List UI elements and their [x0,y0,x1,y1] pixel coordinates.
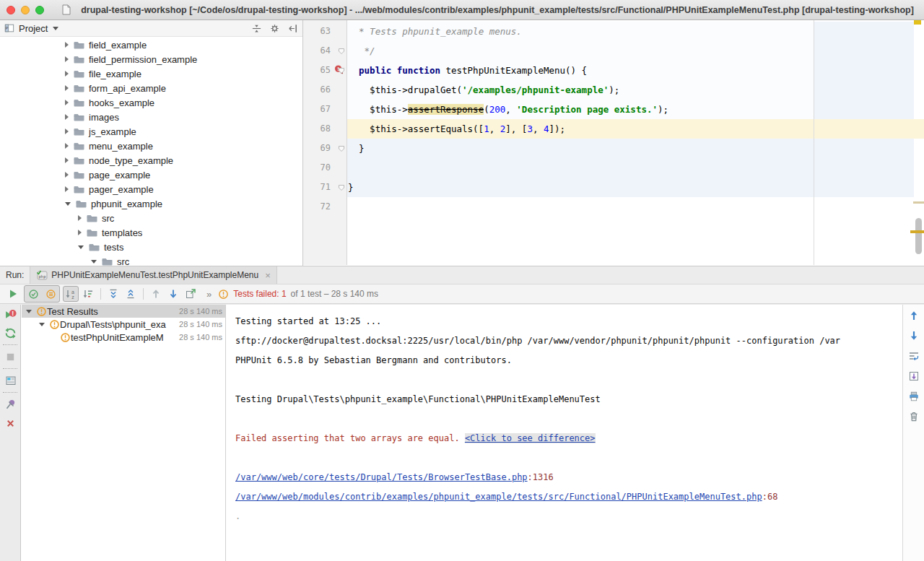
fold-marker-icon[interactable] [338,184,345,191]
code-line-70[interactable] [348,158,924,178]
project-tree-item-field_permission_example[interactable]: field_permission_example [0,52,302,66]
chevron-right-icon[interactable] [78,215,82,221]
minimize-window-button[interactable] [21,6,30,14]
chevron-right-icon[interactable] [65,100,69,105]
chevron-right-icon[interactable] [65,85,69,91]
chevron-right-icon[interactable] [65,157,69,163]
gutter-line-65: 65! [303,61,347,80]
scroll-from-source-icon[interactable] [251,23,262,34]
arrow-up-button[interactable] [903,306,924,325]
project-tree-item-file_example[interactable]: file_example [0,66,302,81]
code-segment: assertResponse [408,104,484,115]
project-tree-item-field_example[interactable]: field_example [0,38,302,52]
console-line: /var/www/web/core/tests/Drupal/Tests/Bro… [235,468,902,487]
project-tree-item-js_example[interactable]: js_example [0,124,302,139]
chevron-right-icon[interactable] [65,56,69,62]
line-number: 72 [303,201,331,212]
toolbar-overflow-chevrons[interactable]: » [206,289,212,300]
code-line-66[interactable]: $this->drupalGet('/examples/phpunit-exam… [348,80,924,100]
error-stripe-mark[interactable] [910,230,924,233]
project-tree-item-page_example[interactable]: page_example [0,168,302,182]
show-passed-button[interactable] [25,286,41,302]
restore-layout-button[interactable] [0,371,21,390]
soft-wrap-button[interactable] [903,347,924,365]
project-tree-item-src[interactable]: src [0,254,302,266]
run-tab[interactable]: php PHPUnitExampleMenuTest.testPhpUnitEx… [30,266,276,284]
test-tree-row[interactable]: Test Results28 s 140 ms [22,305,225,318]
project-tree-item-tests[interactable]: tests [0,240,302,254]
error-stripe-mark[interactable] [913,201,924,204]
next-failed-button[interactable] [165,286,181,302]
import-results-button[interactable] [183,286,199,302]
rerun-failed-button[interactable]: ! [0,305,21,323]
fold-marker-icon[interactable] [338,48,345,55]
code-line-67[interactable]: $this->assertResponse(200, 'Description … [348,100,924,119]
clear-all-button[interactable] [903,407,924,426]
chevron-right-icon[interactable] [65,143,69,149]
test-tree-row[interactable]: testPhpUnitExampleM28 s 140 ms [22,331,225,344]
console-link[interactable]: /var/www/web/core/tests/Drupal/Tests/Bro… [235,472,528,482]
chevron-right-icon[interactable] [65,186,69,192]
project-tree-item-templates[interactable]: templates [0,225,302,240]
chevron-down-icon[interactable] [26,310,32,313]
code-line-69[interactable]: } [348,139,924,158]
hide-panel-icon[interactable] [287,23,298,34]
rerun-button[interactable] [5,286,21,302]
close-red-button[interactable] [0,414,21,432]
project-tree-item-node_type_example[interactable]: node_type_example [0,153,302,168]
gear-icon[interactable] [269,23,280,34]
console-text: :68 [762,492,778,502]
chevron-right-icon[interactable] [65,42,69,48]
code-line-63[interactable]: * Tests phpunit_example menus. [348,22,924,41]
chevron-right-icon[interactable] [78,230,82,235]
sort-duration-button[interactable] [80,286,96,302]
code-line-71[interactable]: } [348,178,924,197]
scroll-end-button[interactable] [903,367,924,386]
chevron-right-icon[interactable] [65,71,69,77]
code-line-65[interactable]: public function testPhpUnitExampleMenu()… [348,61,924,80]
code-line-64[interactable]: */ [348,41,924,61]
code-editor[interactable]: * Tests phpunit_example menus. */ public… [303,20,924,265]
console-link[interactable]: <Click to see difference> [465,433,596,443]
chevron-down-icon[interactable] [91,260,97,264]
project-tree-item-form_api_example[interactable]: form_api_example [0,81,302,95]
chevron-right-icon[interactable] [65,129,69,134]
autotest-button[interactable] [0,323,21,342]
console-link[interactable]: /var/www/web/modules/contrib/examples/ph… [235,492,762,502]
chevron-right-icon[interactable] [65,114,69,120]
stop-button[interactable] [0,347,21,366]
expand-all-button[interactable] [105,286,121,302]
console-text: Testing started at 13:25 ... [235,316,381,326]
project-tree-item-menu_example[interactable]: menu_example [0,139,302,153]
error-stripe-file-status[interactable] [914,20,921,25]
show-ignored-button[interactable] [43,286,58,302]
folder-label: src [102,213,114,224]
project-tree-item-hooks_example[interactable]: hooks_example [0,95,302,110]
project-tree-item-phpunit_example[interactable]: phpunit_example [0,196,302,211]
project-view-selector[interactable]: Project [19,23,48,34]
close-tab-icon[interactable]: × [265,270,271,281]
project-tree-item-src[interactable]: src [0,211,302,225]
fold-marker-icon[interactable] [338,67,345,74]
editor-scrollbar-thumb[interactable] [915,218,922,254]
chevron-down-icon[interactable] [39,323,45,326]
zoom-window-button[interactable] [35,6,44,14]
prev-failed-button[interactable] [148,286,164,302]
code-line-68[interactable]: $this->assertEquals([1, 2], [3, 4]); [348,119,924,139]
sort-alpha-button[interactable]: az [63,286,79,302]
collapse-all-button[interactable] [123,286,139,302]
close-window-button[interactable] [6,6,15,14]
chevron-down-icon[interactable] [65,202,71,206]
project-tree-item-pager_example[interactable]: pager_example [0,182,302,196]
pin-button[interactable] [0,395,21,414]
test-tree-row[interactable]: Drupal\Tests\phpunit_exa28 s 140 ms [22,318,225,331]
error-badge-icon [60,332,71,343]
chevron-down-icon[interactable] [53,27,58,30]
chevron-down-icon[interactable] [78,245,84,249]
code-line-72[interactable] [348,197,924,217]
project-tree-item-images[interactable]: images [0,110,302,124]
print-button[interactable] [903,387,924,406]
chevron-right-icon[interactable] [65,172,69,178]
arrow-down-button[interactable] [903,326,924,345]
fold-marker-icon[interactable] [338,145,345,152]
